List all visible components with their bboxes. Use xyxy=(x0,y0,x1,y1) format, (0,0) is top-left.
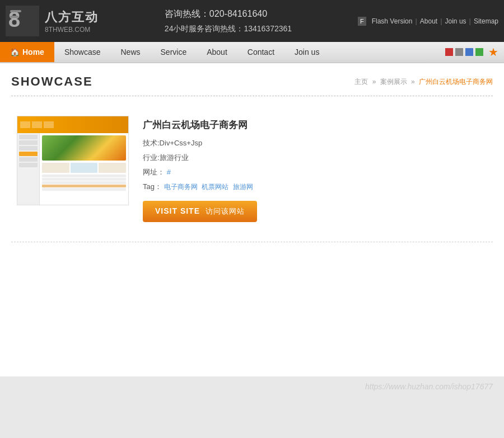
color-box-red[interactable] xyxy=(445,48,453,56)
tag-2[interactable]: 机票网站 xyxy=(202,183,228,191)
nav-service[interactable]: Service xyxy=(151,42,197,62)
about-link[interactable]: About xyxy=(420,17,437,25)
tr3 xyxy=(42,181,126,184)
tr1 xyxy=(42,175,126,177)
thumb-header xyxy=(17,116,128,133)
showcase-thumbnail xyxy=(17,116,129,205)
sep1: | xyxy=(415,17,417,25)
nav-joinus[interactable]: Join us xyxy=(284,42,329,62)
thumb-sidebar xyxy=(17,133,40,205)
rss-icon[interactable]: ★ xyxy=(488,45,498,59)
logo-main-name: 八方互动 xyxy=(45,9,99,26)
service-hotline: 24小时服务咨询热线：13416372361 xyxy=(165,22,292,36)
breadcrumb-sep1: » xyxy=(372,78,378,86)
industry-row: 行业:旅游行业 xyxy=(143,153,487,163)
showcase-item: 广州白云机场电子商务网 技术:Div+Css+Jsp 行业:旅游行业 网址： #… xyxy=(11,107,493,230)
tech-row: 技术:Div+Css+Jsp xyxy=(143,138,487,148)
flash-version-link[interactable]: Flash Version xyxy=(372,17,413,25)
showcase-details: 广州白云机场电子商务网 技术:Div+Css+Jsp 行业:旅游行业 网址： #… xyxy=(143,116,487,222)
tr5 xyxy=(42,188,126,191)
color-box-gray[interactable] xyxy=(455,48,463,56)
tech-label: 技术:Div+Css+Jsp xyxy=(143,139,202,147)
logo-svg-icon: 8 xyxy=(6,6,39,36)
nav-about[interactable]: About xyxy=(197,42,237,62)
url-value[interactable]: # xyxy=(167,168,171,176)
ts1 xyxy=(19,135,38,139)
thumb-banner xyxy=(42,135,126,161)
top-right-links: F Flash Version | About | Join us | Site… xyxy=(358,17,498,26)
tag-row: Tag： 电子商务网 机票网站 旅游网 xyxy=(143,182,487,192)
tr4 xyxy=(42,185,126,187)
watermark: https://www.huzhan.com/ishop17677 xyxy=(0,376,504,397)
divider xyxy=(11,242,493,242)
thumb-table xyxy=(42,175,126,191)
tr2 xyxy=(42,178,126,181)
thumb-nav xyxy=(32,121,42,128)
visit-btn-cn: 访问该网站 xyxy=(206,207,245,215)
item-title: 广州白云机场电子商务网 xyxy=(143,119,487,131)
top-bar: 8 八方互动 8THWEB.COM 咨询热线：020-84161640 24小时… xyxy=(0,0,504,42)
nav-right: ★ xyxy=(445,42,504,62)
tc3 xyxy=(99,163,126,173)
thumb-body xyxy=(17,133,128,205)
visit-btn-en: VISIT SITE xyxy=(155,206,200,215)
breadcrumb-home[interactable]: 主页 xyxy=(354,78,368,86)
nav-home[interactable]: 🏠 Home xyxy=(0,42,54,62)
sep3: | xyxy=(469,17,471,25)
thumbnail-mock xyxy=(17,116,128,205)
main-content: SHOWCASE 主页 » 案例展示 » 广州白云机场电子商务网 xyxy=(0,63,504,376)
watermark-text: https://www.huzhan.com/ishop17677 xyxy=(365,382,493,391)
ts5 xyxy=(19,157,38,162)
url-row: 网址： # xyxy=(143,167,487,177)
joinus-link[interactable]: Join us xyxy=(445,17,466,25)
thumb-grid xyxy=(42,163,126,173)
flash-icon[interactable]: F xyxy=(358,17,366,26)
ts6 xyxy=(19,163,38,167)
breadcrumb: 主页 » 案例展示 » 广州白云机场电子商务网 xyxy=(354,77,493,87)
breadcrumb-level1[interactable]: 案例展示 xyxy=(380,78,407,86)
nav-news[interactable]: News xyxy=(111,42,151,62)
url-label: 网址： xyxy=(143,168,165,176)
ts3 xyxy=(19,146,38,150)
svg-rect-3 xyxy=(10,16,18,18)
tag-label: Tag： xyxy=(143,182,162,191)
home-icon: 🏠 xyxy=(10,48,20,56)
contact-info: 咨询热线：020-84161640 24小时服务咨询热线：13416372361 xyxy=(165,6,292,36)
thumb-logo xyxy=(20,121,30,128)
hotline: 咨询热线：020-84161640 xyxy=(165,6,292,22)
tag-3[interactable]: 旅游网 xyxy=(233,183,253,191)
visit-site-button[interactable]: VISIT SITE 访问该网站 xyxy=(143,201,257,222)
industry-label: 行业:旅游行业 xyxy=(143,153,189,162)
nav-contact[interactable]: Contact xyxy=(237,42,284,62)
tc1 xyxy=(42,163,69,173)
ts2 xyxy=(19,140,38,145)
page-title: SHOWCASE xyxy=(11,74,93,89)
nav-showcase[interactable]: Showcase xyxy=(54,42,111,62)
tag-1[interactable]: 电子商务网 xyxy=(164,183,198,191)
color-box-blue[interactable] xyxy=(465,48,473,56)
logo-area: 8 八方互动 8THWEB.COM xyxy=(6,6,99,36)
ts4 xyxy=(19,152,38,156)
nav-bar: 🏠 Home Showcase News Service About Conta… xyxy=(0,42,504,63)
sep2: | xyxy=(440,17,442,25)
sitemap-link[interactable]: Sitemap xyxy=(474,17,498,25)
logo-text: 八方互动 8THWEB.COM xyxy=(45,9,99,34)
svg-rect-2 xyxy=(10,10,21,12)
color-box-green[interactable] xyxy=(475,48,483,56)
breadcrumb-sep2: » xyxy=(411,78,417,86)
logo-sub-name: 8THWEB.COM xyxy=(45,26,99,34)
thumb-main xyxy=(40,133,128,205)
tc2 xyxy=(71,163,98,173)
showcase-header: SHOWCASE 主页 » 案例展示 » 广州白云机场电子商务网 xyxy=(11,74,493,96)
nav-home-label: Home xyxy=(22,48,44,56)
breadcrumb-level2: 广州白云机场电子商务网 xyxy=(419,78,493,86)
thumb-nav2 xyxy=(44,121,54,128)
